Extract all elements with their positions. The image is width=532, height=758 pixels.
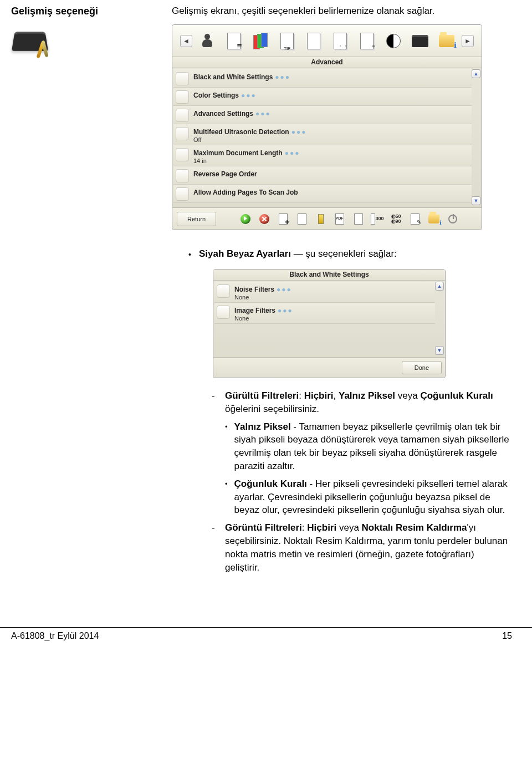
tif-doc-icon[interactable]: TIF [278,30,296,52]
row-value: Off [193,136,306,143]
scroll-down-icon[interactable]: ▼ [472,196,480,205]
dpi-300-icon[interactable]: 300 [371,212,384,226]
pages-icon[interactable]: ≣ [224,30,243,52]
info-folder-icon[interactable]: ℹ [437,30,456,52]
panel-title: Advanced [172,57,482,68]
lined-doc-icon[interactable]: ≡ [357,30,376,52]
row-value: None [234,315,293,322]
scanner-icon[interactable] [411,30,429,52]
bw-settings-panel: Black and White Settings ▲ Noise Filters… [213,269,446,378]
bottom-toolbar: Return ✚ PDF 300 ◐50 ◐90 [172,207,482,230]
toolbar: ◄ ≣ TIF ⋮⋮ ≡ ℹ ► [172,25,482,57]
doc-action-1-icon[interactable]: ✚ [277,212,290,226]
row-reverse-page-order[interactable]: Reverse Page Order [173,166,472,185]
color-pages-icon[interactable] [251,30,270,52]
done-button[interactable]: Done [402,361,442,374]
nav-right-icon[interactable]: ► [462,35,474,47]
nav-left-icon[interactable]: ◄ [180,35,192,47]
row-image-filters[interactable]: Image Filters●●● None [214,303,435,324]
settings-list: ▲ Black and White Settings●●● Color Sett… [172,68,482,207]
row-value: 14 in [193,157,300,164]
row-label: Noise Filters●●● [234,286,292,293]
doc-tool-icon[interactable]: ✎ [408,212,422,226]
drag-handle-icon[interactable] [176,127,189,140]
row-color-settings[interactable]: Color Settings●●● [173,88,472,106]
doc-action-2-icon[interactable] [295,212,309,226]
drag-handle-icon[interactable] [176,90,189,104]
drag-handle-icon[interactable] [176,169,189,182]
row-label: Multifeed Ultrasonic Detection●●● [193,128,306,136]
desc-image-filters: - Görüntü Filtreleri: Hiçbiri veya Nokta… [212,521,510,574]
folder-info-icon[interactable]: ℹ [427,212,441,226]
battery-icon[interactable] [314,212,328,226]
drag-handle-icon[interactable] [176,187,189,201]
pdf-icon[interactable]: PDF [333,212,346,226]
return-button[interactable]: Return [177,212,216,226]
contrast-icon[interactable] [384,30,403,52]
dpi-50-90-icon[interactable]: ◐50 ◐90 [390,212,403,226]
row-label: Advanced Settings●●● [193,110,271,118]
row-max-doc-length[interactable]: Maximum Document Length●●● 14 in [173,145,472,166]
scroll-down-icon[interactable]: ▼ [435,346,444,355]
scroll-up-icon[interactable]: ▲ [435,282,444,291]
section-heading: Gelişmiş seçeneği [11,6,133,17]
power-icon[interactable] [446,212,459,226]
row-label: Reverse Page Order [193,170,257,178]
drag-handle-icon[interactable] [176,148,189,161]
drag-handle-icon[interactable] [217,306,230,319]
play-icon[interactable] [239,212,252,226]
advanced-option-icon [11,23,50,62]
row-label: Allow Adding Pages To Scan Job [193,189,298,196]
intro-text: Gelişmiş ekranı, çeşitli seçenekleri bel… [172,6,510,17]
blank-doc-icon[interactable] [304,30,323,52]
row-label: Color Settings●●● [193,91,257,99]
drag-handle-icon[interactable] [176,72,189,85]
advanced-panel: ◄ ≣ TIF ⋮⋮ ≡ ℹ ► Advanced [172,24,482,230]
row-noise-filters[interactable]: Noise Filters●●● None [214,282,435,303]
dotted-doc-icon[interactable]: ⋮⋮ [331,30,350,52]
desc-noise-filters: - Gürültü Filtreleri: Hiçbiri, Yalnız Pi… [212,389,510,416]
cancel-icon[interactable] [258,212,271,226]
person-icon[interactable] [198,30,217,52]
scroll-up-icon[interactable]: ▲ [472,69,480,78]
blank-doc-icon[interactable] [352,212,365,226]
row-label: Black and White Settings●●● [193,73,290,81]
desc-lone-pixel: • Yalnız Piksel - Tamamen beyaz pikselle… [225,420,510,473]
row-multifeed-detection[interactable]: Multifeed Ultrasonic Detection●●● Off [173,124,472,145]
drag-handle-icon[interactable] [217,284,230,298]
row-advanced-settings[interactable]: Advanced Settings●●● [173,106,472,124]
bw-panel-title: Black and White Settings [213,269,445,281]
footer-page-number: 15 [502,631,512,641]
row-allow-adding-pages[interactable]: Allow Adding Pages To Scan Job [173,185,472,203]
footer-doc-id: A-61808_tr Eylül 2014 [11,631,99,641]
row-label: Maximum Document Length●●● [193,149,300,157]
desc-majority-rule: • Çoğunluk Kuralı - Her pikseli çevresin… [225,477,510,517]
row-black-white-settings[interactable]: Black and White Settings●●● [173,69,472,88]
drag-handle-icon[interactable] [176,109,189,122]
row-value: None [234,294,292,301]
bullet-bw-settings: Siyah Beyaz Ayarları — şu seçenekleri sa… [199,248,397,261]
row-label: Image Filters●●● [234,307,293,314]
bullet-dot: • [188,248,191,261]
